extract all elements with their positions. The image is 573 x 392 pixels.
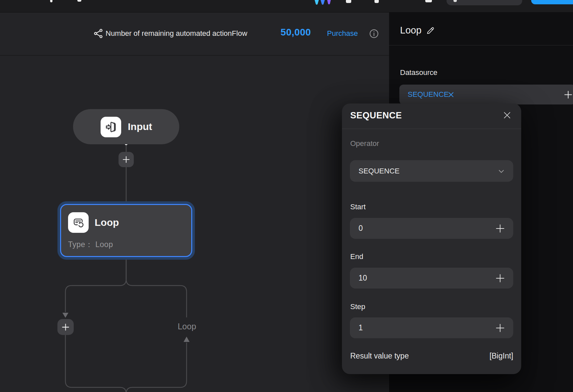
loop-back-edge-label: Loop bbox=[174, 322, 200, 331]
operator-label: Operator bbox=[350, 139, 379, 148]
datasource-section-label: Datasource bbox=[400, 68, 438, 77]
chevron-down-icon bbox=[497, 167, 505, 175]
loop-node-type: Type： Loop bbox=[68, 239, 113, 250]
input-node[interactable]: Input bbox=[73, 109, 179, 144]
end-add-icon[interactable] bbox=[495, 273, 505, 283]
end-value: 10 bbox=[359, 268, 367, 289]
panel-divider bbox=[389, 45, 573, 45]
loop-node-title: Loop bbox=[95, 214, 119, 231]
app-window: Number of remaining automated actionFlow… bbox=[0, 0, 573, 392]
sequence-dialog: SEQUENCE Operator SEQUENCE Start 0 End 1… bbox=[342, 103, 521, 374]
topbar-primary-button[interactable] bbox=[531, 0, 573, 4]
toolbar-icon-fragment[interactable] bbox=[425, 0, 432, 2]
step-value: 1 bbox=[359, 317, 363, 338]
edit-pencil-icon[interactable] bbox=[426, 26, 435, 35]
input-node-title: Input bbox=[128, 109, 152, 144]
remaining-actions-label: Number of remaining automated actionFlow bbox=[106, 29, 247, 38]
start-value: 0 bbox=[359, 218, 363, 239]
start-input[interactable]: 0 bbox=[350, 218, 513, 239]
banner-divider bbox=[0, 55, 389, 56]
app-title-fragment bbox=[77, 0, 81, 2]
start-add-icon[interactable] bbox=[495, 223, 505, 233]
start-label: Start bbox=[350, 203, 366, 211]
purchase-link[interactable]: Purchase bbox=[327, 29, 358, 38]
add-datasource-icon[interactable] bbox=[564, 90, 573, 99]
result-type-value: [BigInt] bbox=[489, 352, 513, 360]
share-nodes-icon bbox=[93, 29, 103, 38]
pill-button-icon-fragment bbox=[453, 0, 457, 2]
app-title-fragment bbox=[50, 0, 52, 2]
loop-node-selection-ring: Loop Type： Loop bbox=[57, 201, 195, 260]
add-step-in-loop-button[interactable] bbox=[57, 319, 74, 335]
step-label: Step bbox=[350, 302, 365, 311]
end-label: End bbox=[350, 252, 363, 261]
remaining-actions-count: 50,000 bbox=[281, 27, 311, 38]
step-input[interactable]: 1 bbox=[350, 317, 513, 338]
panel-title: Loop bbox=[400, 25, 422, 36]
datasource-row: SEQUENCE bbox=[399, 85, 573, 104]
logo-icon bbox=[313, 0, 333, 5]
toolbar-icon-fragment[interactable] bbox=[374, 0, 379, 3]
step-add-icon[interactable] bbox=[495, 323, 505, 333]
loop-icon bbox=[68, 212, 89, 233]
dialog-divider bbox=[342, 129, 521, 129]
end-input[interactable]: 10 bbox=[350, 268, 513, 289]
loop-node[interactable]: Loop Type： Loop bbox=[60, 204, 192, 257]
add-node-button[interactable] bbox=[119, 152, 134, 167]
info-icon[interactable] bbox=[369, 29, 379, 39]
dialog-title: SEQUENCE bbox=[350, 110, 402, 121]
toolbar-icon-fragment[interactable] bbox=[346, 0, 351, 3]
datasource-chip[interactable]: SEQUENCE bbox=[408, 85, 449, 104]
result-type-label: Result value type bbox=[350, 352, 409, 360]
remove-datasource-icon[interactable] bbox=[448, 91, 454, 98]
operator-select[interactable]: SEQUENCE bbox=[350, 160, 513, 182]
login-icon bbox=[101, 117, 121, 137]
close-icon[interactable] bbox=[503, 111, 512, 120]
topbar-pill-button[interactable] bbox=[447, 0, 522, 5]
top-bar bbox=[0, 0, 573, 13]
operator-value: SEQUENCE bbox=[359, 160, 399, 182]
